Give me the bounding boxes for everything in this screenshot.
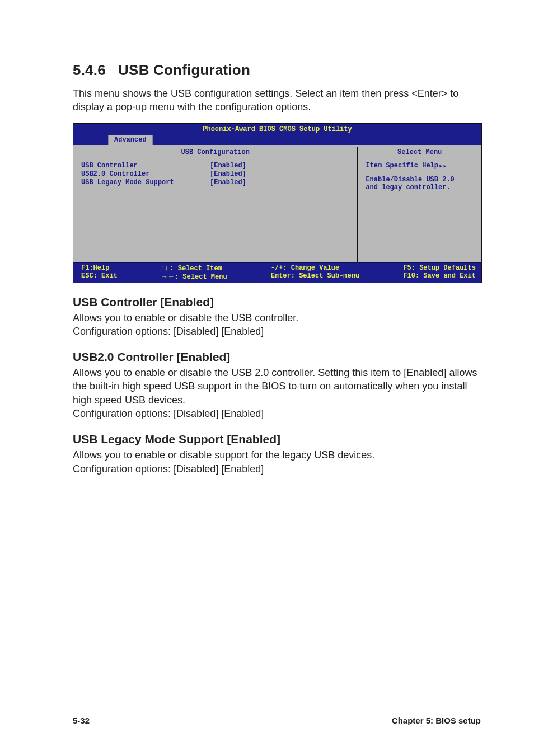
select-menu-hint: : Select Menu (175, 273, 227, 281)
select-item-hint: : Select Item (170, 265, 222, 273)
bios-item-label: USB Legacy Mode Support (81, 179, 210, 187)
bios-side-header: Select Menu (358, 147, 481, 158)
spacer (366, 170, 476, 176)
chapter-label: Chapter 5: BIOS setup (392, 716, 481, 725)
bios-screen: Phoenix-Award BIOS CMOS Setup Utility Ad… (73, 123, 482, 283)
bios-item-value: [Enabled] (210, 179, 246, 187)
section-heading: 5.4.6 USB Configuration (73, 62, 481, 79)
bios-main-panel: USB Configuration USB Controller [Enable… (73, 147, 357, 262)
bios-help-line: Enable/Disable USB 2.0 (366, 176, 476, 184)
bios-item-usb20-controller[interactable]: USB2.0 Controller [Enabled] (81, 170, 352, 179)
f5-defaults-hint: F5: Setup Defaults (403, 264, 476, 272)
bios-tab-spacer (73, 135, 108, 145)
f10-save-hint: F10: Save and Exit (403, 272, 476, 280)
bios-main-header: USB Configuration (73, 147, 357, 158)
bios-side-panel: Select Menu Item Specific Help ▸▸ Enable… (357, 147, 481, 262)
section-number: 5.4.6 (73, 62, 106, 78)
setting-desc: Allows you to enable or disable the USB … (73, 311, 481, 339)
bios-footer-col-2: ↑↓ : Select Item →←: Select Menu (161, 264, 227, 281)
setting-heading-usb-controller: USB Controller [Enabled] (73, 295, 481, 309)
triangle-right-icon: ▸▸ (439, 162, 447, 170)
bios-body: USB Configuration USB Controller [Enable… (73, 147, 481, 262)
setting-opts-text: Configuration options: [Disabled] [Enabl… (73, 326, 264, 337)
page-number: 5-32 (73, 716, 90, 725)
section-title-text: USB Configuration (118, 62, 250, 78)
bios-footer: F1:Help ESC: Exit ↑↓ : Select Item →←: S… (73, 262, 481, 283)
setting-heading-usb20-controller: USB2.0 Controller [Enabled] (73, 350, 481, 364)
updown-arrow-icon: ↑↓ (161, 264, 170, 272)
page-footer: 5-32 Chapter 5: BIOS setup (73, 713, 481, 725)
setting-desc-text: Allows you to enable or disable support … (73, 449, 374, 461)
bios-titlebar: Phoenix-Award BIOS CMOS Setup Utility (73, 124, 481, 135)
section-intro: This menu shows the USB configuration se… (73, 87, 481, 114)
bios-item-usb-controller[interactable]: USB Controller [Enabled] (81, 162, 352, 170)
setting-heading-usb-legacy: USB Legacy Mode Support [Enabled] (73, 433, 481, 446)
bios-footer-col-1: F1:Help ESC: Exit (81, 264, 118, 281)
setting-desc-text: Allows you to enable or disable the USB … (73, 367, 477, 406)
leftright-arrow-icon: →← (161, 273, 175, 280)
f1-help-hint: F1:Help (81, 264, 109, 272)
bios-footer-col-4: F5: Setup Defaults F10: Save and Exit (403, 264, 476, 281)
bios-help-title-row: Item Specific Help ▸▸ (366, 162, 476, 170)
bios-tab-advanced[interactable]: Advanced (108, 135, 153, 145)
bios-footer-col-3: -/+: Change Value Enter: Select Sub-menu (271, 264, 359, 281)
bios-tab-bar: Advanced (73, 135, 481, 147)
setting-opts-text: Configuration options: [Disabled] [Enabl… (73, 408, 264, 419)
bios-help-content: Item Specific Help ▸▸ Enable/Disable USB… (358, 158, 481, 262)
bios-item-value: [Enabled] (210, 162, 246, 170)
bios-help-line: and legay controller. (366, 184, 476, 191)
bios-item-label: USB Controller (81, 162, 210, 170)
bios-help-title: Item Specific Help (366, 162, 438, 170)
bios-item-value: [Enabled] (210, 170, 246, 179)
change-value-hint: -/+: Change Value (271, 264, 339, 272)
setting-desc-text: Allows you to enable or disable the USB … (73, 312, 298, 323)
bios-item-usb-legacy[interactable]: USB Legacy Mode Support [Enabled] (81, 179, 352, 187)
setting-opts-text: Configuration options: [Disabled] [Enabl… (73, 463, 264, 475)
bios-main-content: USB Controller [Enabled] USB2.0 Controll… (73, 158, 357, 262)
enter-submenu-hint: Enter: Select Sub-menu (271, 272, 359, 280)
esc-exit-hint: ESC: Exit (81, 272, 118, 280)
setting-desc: Allows you to enable or disable support … (73, 448, 481, 476)
setting-desc: Allows you to enable or disable the USB … (73, 366, 481, 420)
page: 5.4.6 USB Configuration This menu shows … (0, 0, 534, 756)
bios-item-label: USB2.0 Controller (81, 170, 210, 179)
